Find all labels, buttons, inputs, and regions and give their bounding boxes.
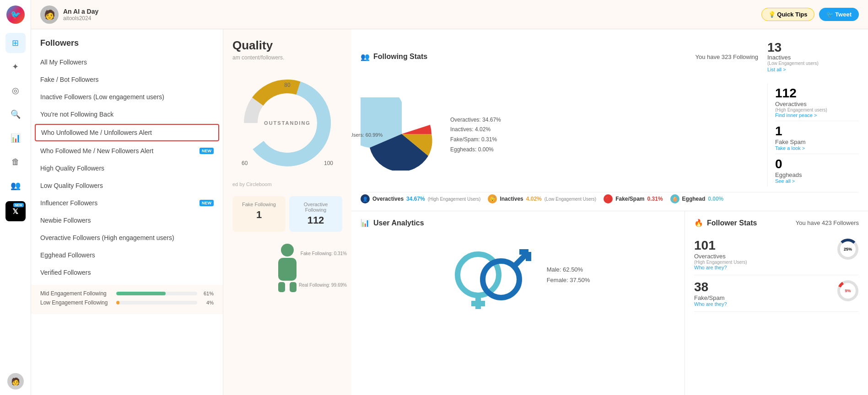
- nav-item-all-followers[interactable]: All My Followers: [31, 53, 223, 71]
- side-stats-col: 112 Overactives (High Engagement users) …: [767, 83, 859, 187]
- overactive-following-card: Overactive Following 112: [289, 196, 342, 232]
- quick-tips-button[interactable]: 💡 Quick Tips: [761, 8, 814, 21]
- following-stats-right: You have 323 Following 13 Inactives (Low…: [695, 37, 859, 77]
- pie-labels: Overactives: 34.67% Inactives: 4.02% Fak…: [450, 115, 501, 155]
- following-stats-body: Social Savvy Users: 60.99% Overactives: …: [361, 83, 859, 187]
- badge-fakespam: 🚫 Fake/Spam 0.31%: [604, 194, 663, 203]
- fakespam-dot: 🚫: [604, 194, 613, 203]
- gauge-100: 100: [324, 160, 333, 166]
- follower-count-label: You have 423 Followers: [796, 219, 859, 226]
- fakespam-progress: 9%: [837, 280, 859, 302]
- list-all-link[interactable]: List all >: [767, 67, 819, 72]
- user-name: An AI a Day: [63, 8, 98, 15]
- svg-rect-4: [278, 258, 297, 281]
- following-stats-header: 👥 Following Stats You have 323 Following…: [361, 37, 859, 77]
- nav-item-unfollowed-alert[interactable]: Who Unfollowed Me / Unfollowers Alert: [35, 124, 219, 141]
- eggheads-name: Eggheads: [775, 171, 859, 178]
- badge-inactives: 😴 Inactives 4.02% (Low Engagement Users): [488, 194, 596, 203]
- fake-following-card: Fake Following 1: [232, 196, 286, 232]
- following-stats-section: 👥 Following Stats You have 323 Following…: [351, 29, 868, 211]
- badge-inactives-value: 4.02%: [526, 196, 542, 202]
- nav-item-egghead[interactable]: Egghead Followers: [31, 246, 223, 264]
- follower-fakespam-link[interactable]: Who are they?: [694, 301, 727, 307]
- follower-overactives-row: 101 Overactives (High Engagement Users) …: [694, 234, 859, 275]
- badge-overactives: 👤 Overactives 34.67% (High Engagement Us…: [361, 194, 480, 203]
- sidebar-icon-users[interactable]: 👥: [5, 176, 26, 196]
- see-all-link[interactable]: See all >: [775, 178, 859, 184]
- gender-svg: [446, 238, 538, 311]
- user-details: An AI a Day aitools2024: [63, 8, 98, 21]
- follower-overactives-sub: (High Engagement Users): [694, 260, 747, 265]
- stats-badges-row: 👤 Overactives 34.67% (High Engagement Us…: [361, 192, 859, 203]
- fake-following-label: Fake Following: [238, 202, 280, 207]
- overactives-name: Overactives: [775, 101, 859, 107]
- nav-item-high-quality[interactable]: High Quality Followers: [31, 160, 223, 177]
- circleboom-credit: ed by Circleboom: [223, 178, 351, 191]
- badge-inactives-label: Inactives: [500, 196, 523, 202]
- bar-row-mid: Mid Engagement Following 61%: [40, 290, 214, 297]
- svg-rect-5: [278, 282, 285, 292]
- user-analytics-icon: 📊: [361, 219, 370, 227]
- nav-item-verified[interactable]: Verified Followers: [31, 264, 223, 281]
- overactive-following-label: Overactive Following: [295, 202, 337, 213]
- gauge-container: OUTSTANDING 60 80 100: [223, 68, 351, 178]
- overactives-pct-text: 25%: [844, 247, 852, 251]
- lower-panels: 📊 User Analytics: [351, 211, 868, 395]
- follower-fakespam-row: 38 Fake/Spam Who are they? 9%: [694, 275, 859, 312]
- tweet-button[interactable]: 🐦 Tweet: [819, 8, 859, 21]
- user-analytics-title: 📊 User Analytics: [361, 219, 424, 227]
- sidebar-icon-trash[interactable]: 🗑: [5, 152, 26, 172]
- middle-panel: Quality am content/followers. OUTSTANDIN…: [223, 29, 351, 395]
- sidebar-icon-target[interactable]: ◎: [5, 80, 26, 101]
- nav-item-inactive[interactable]: Inactive Followers (Low engagement users…: [31, 88, 223, 106]
- svg-rect-6: [290, 282, 297, 292]
- inactives-dot: 😴: [488, 194, 497, 203]
- follower-stats-title: 🔥 Follower Stats: [694, 219, 757, 227]
- new-followers-badge: NEW: [199, 148, 214, 154]
- badge-fakespam-label: Fake/Spam: [615, 196, 644, 202]
- badge-overactives-value: 34.67%: [406, 196, 425, 202]
- gender-labels: Male: 62.50% Female: 37.50%: [547, 266, 590, 283]
- nav-item-not-following-back[interactable]: You're not Following Back: [31, 106, 223, 123]
- sidebar-icon-grid[interactable]: ⊞: [5, 33, 26, 53]
- gauge-60: 60: [242, 160, 248, 166]
- app-logo[interactable]: 🐦: [6, 5, 25, 24]
- sidebar-icon-network[interactable]: ✦: [5, 57, 26, 77]
- side-stat-inactives: 13 Inactives (Low Engagement users) List…: [767, 37, 859, 77]
- nav-item-overactive[interactable]: Overactive Followers (High engagement us…: [31, 229, 223, 246]
- find-inner-peace-link[interactable]: Find inner peace >: [775, 112, 859, 118]
- pie-chart-container: Social Savvy Users: 60.99%: [361, 97, 443, 172]
- bar-track-mid: [116, 292, 197, 295]
- nav-item-influencer[interactable]: Influencer Followers NEW: [31, 194, 223, 212]
- follower-fakespam-name: Fake/Spam: [694, 294, 727, 301]
- user-avatar-sidebar[interactable]: 🧑: [7, 373, 24, 390]
- nav-item-fake-bot[interactable]: Fake / Bot Followers: [31, 71, 223, 88]
- fakespam-pct-text: 9%: [845, 288, 851, 293]
- fakespam-number: 1: [775, 124, 859, 139]
- bar-fill-mid: [116, 292, 166, 295]
- nav-title: Followers: [31, 29, 223, 53]
- following-stats-row: Fake Following 1 Overactive Following 11…: [232, 196, 342, 232]
- sidebar-icon-barchart[interactable]: 📊: [5, 128, 26, 148]
- top-header: 🧑 An AI a Day aitools2024 💡 Quick Tips 🐦…: [31, 0, 868, 29]
- follower-overactives-name: Overactives: [694, 253, 747, 260]
- following-stats-icon: 👥: [361, 53, 370, 61]
- bar-fill-low: [116, 301, 119, 304]
- follower-overactives-link[interactable]: Who are they?: [694, 265, 747, 270]
- right-panel: 👥 Following Stats You have 323 Following…: [351, 29, 868, 395]
- fake-following-value: 1: [238, 209, 280, 221]
- outstanding-label: OUTSTANDING: [264, 120, 311, 126]
- nav-item-newbie[interactable]: Newbie Followers: [31, 212, 223, 229]
- overactives-sub: (High Engagement users): [775, 107, 859, 112]
- sidebar-icon-search[interactable]: 🔍: [5, 104, 26, 124]
- follower-stats-icon: 🔥: [694, 219, 703, 227]
- bar-label-low: Low Engagement Following: [40, 299, 113, 306]
- side-stat-overactives: 112 Overactives (High Engagement users) …: [775, 83, 859, 121]
- nav-item-low-quality[interactable]: Low Quality Followers: [31, 177, 223, 194]
- user-info: 🧑 An AI a Day aitools2024: [40, 5, 98, 24]
- fakespam-name: Fake Spam: [775, 139, 859, 145]
- sidebar-icon-x[interactable]: 𝕏 NEW: [5, 201, 26, 221]
- take-look-link[interactable]: Take a look >: [775, 145, 859, 151]
- nav-item-new-followers[interactable]: Who Followed Me / New Followers Alert NE…: [31, 142, 223, 160]
- bar-pct-mid: 61%: [200, 291, 214, 296]
